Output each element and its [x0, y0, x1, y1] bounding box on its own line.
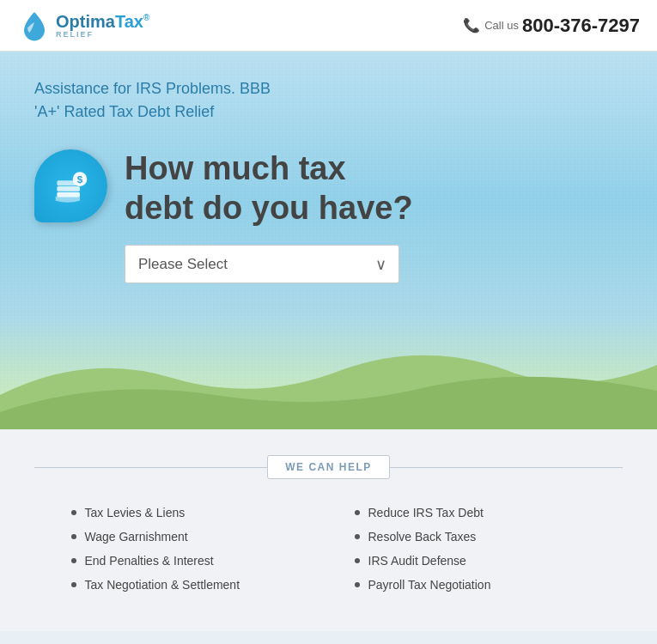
tagline-line2: 'A+' Rated Tax Debt Relief	[34, 100, 623, 124]
bullet-icon	[355, 558, 360, 563]
svg-rect-1	[57, 186, 80, 191]
money-icon-bubble: $	[34, 149, 107, 222]
bullet-icon	[71, 534, 76, 539]
bullet-icon	[355, 582, 360, 587]
banner-line-left	[34, 467, 267, 468]
service-label: IRS Audit Defense	[368, 554, 466, 568]
debt-amount-select[interactable]: Please SelectLess than $10,000$10,000 - …	[125, 245, 399, 283]
select-wrapper: Please SelectLess than $10,000$10,000 - …	[125, 245, 399, 283]
banner-text: WE CAN HELP	[267, 455, 390, 479]
header: OptimaTax® RELIEF 📞 Call us 800-376-7297	[0, 0, 657, 52]
service-label: End Penalties & Interest	[85, 554, 214, 568]
phone-number: 800-376-7297	[522, 15, 640, 37]
services-col-left: Tax Levies & Liens Wage Garnishment End …	[71, 501, 303, 597]
logo-icon	[17, 9, 52, 43]
service-item: Payroll Tax Negotiation	[355, 573, 587, 597]
bullet-icon	[71, 510, 76, 515]
hero-main: $ How much tax debt do you have? Please …	[34, 149, 623, 283]
services-col-right: Reduce IRS Tax Debt Resolve Back Taxes I…	[355, 501, 587, 597]
bullet-icon	[355, 534, 360, 539]
call-us-label: Call us	[484, 19, 519, 32]
service-label: Payroll Tax Negotiation	[368, 578, 491, 592]
logo-area: OptimaTax® RELIEF	[17, 9, 149, 43]
phone-area: 📞 Call us 800-376-7297	[463, 15, 640, 37]
service-item: Resolve Back Taxes	[355, 525, 587, 549]
service-label: Tax Negotiation & Settlement	[85, 578, 240, 592]
help-section: WE CAN HELP Tax Levies & Liens Wage Garn…	[0, 429, 657, 631]
phone-icon: 📞	[463, 17, 480, 33]
banner-line-right	[390, 467, 623, 468]
we-can-help-banner: WE CAN HELP	[34, 455, 623, 479]
service-item: IRS Audit Defense	[355, 549, 587, 573]
service-item: Reduce IRS Tax Debt	[355, 501, 587, 525]
service-item: Wage Garnishment	[71, 525, 303, 549]
service-item: Tax Negotiation & Settlement	[71, 573, 303, 597]
hero-question-block: How much tax debt do you have? Please Se…	[125, 149, 413, 283]
hero-tagline: Assistance for IRS Problems. BBB 'A+' Ra…	[34, 77, 623, 124]
hero-question: How much tax debt do you have?	[125, 149, 413, 228]
money-stack-icon: $	[50, 165, 93, 208]
bullet-icon	[71, 582, 76, 587]
service-label: Reduce IRS Tax Debt	[368, 506, 484, 519]
hills-decoration	[0, 326, 657, 429]
service-label: Resolve Back Taxes	[368, 530, 477, 544]
service-item: End Penalties & Interest	[71, 549, 303, 573]
bullet-icon	[355, 510, 360, 515]
service-item: Tax Levies & Liens	[71, 501, 303, 525]
svg-text:$: $	[76, 173, 82, 184]
bullet-icon	[71, 558, 76, 563]
service-label: Tax Levies & Liens	[85, 506, 186, 519]
hero-section: Assistance for IRS Problems. BBB 'A+' Ra…	[0, 52, 657, 429]
service-label: Wage Garnishment	[85, 530, 188, 544]
services-grid: Tax Levies & Liens Wage Garnishment End …	[71, 501, 587, 597]
logo-text: OptimaTax® RELIEF	[56, 12, 149, 39]
svg-rect-0	[57, 191, 80, 197]
tagline-line1: Assistance for IRS Problems. BBB	[34, 77, 623, 100]
